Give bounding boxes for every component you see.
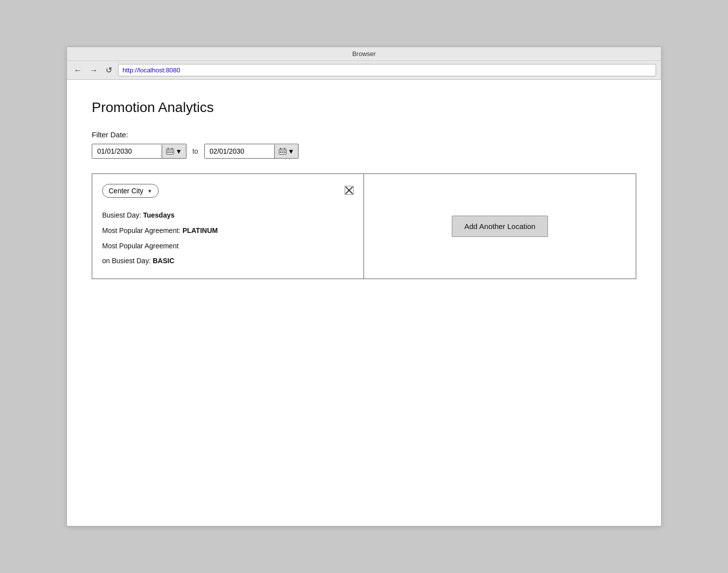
- busiest-day-agreement-value: BASIC: [153, 257, 175, 265]
- date-filter-row: ▼ to ▼: [92, 144, 636, 159]
- browser-nav-bar: ← → ↺: [67, 61, 661, 79]
- refresh-button[interactable]: ↺: [104, 64, 114, 76]
- calendar-icon-end: [279, 148, 287, 155]
- location-card-header: Center City ▼: [102, 184, 354, 198]
- start-date-calendar-button[interactable]: ▼: [162, 145, 186, 158]
- svg-rect-11: [280, 152, 281, 153]
- to-label: to: [192, 147, 198, 155]
- start-date-wrapper: ▼: [92, 144, 186, 159]
- address-bar[interactable]: [118, 64, 656, 76]
- browser-window: Browser ← → ↺ Promotion Analytics Filter…: [66, 47, 662, 526]
- browser-title-bar: Browser: [67, 47, 661, 61]
- svg-rect-8: [279, 150, 286, 151]
- most-popular-agreement-label: Most Popular Agreement:: [102, 227, 182, 234]
- end-date-input[interactable]: [205, 144, 274, 158]
- browser-chrome: Browser ← → ↺: [67, 47, 661, 80]
- most-popular-agreement-row: Most Popular Agreement: PLATINUM: [102, 223, 354, 238]
- browser-title: Browser: [352, 50, 376, 57]
- location-dropdown[interactable]: Center City ▼: [102, 184, 159, 198]
- location-dropdown-value: Center City: [109, 187, 143, 195]
- close-location-button[interactable]: [345, 186, 354, 196]
- busiest-day-row: Busiest Day: Tuesdays: [102, 208, 354, 223]
- svg-rect-12: [282, 152, 283, 153]
- svg-rect-4: [167, 152, 169, 153]
- forward-button[interactable]: →: [88, 65, 100, 76]
- most-popular-agreement-value: PLATINUM: [182, 227, 218, 234]
- svg-rect-5: [170, 152, 171, 153]
- svg-rect-6: [172, 152, 173, 153]
- dropdown-arrow-icon: ▼: [147, 188, 152, 194]
- busiest-day-agreement-row: Most Popular Agreementon Busiest Day: BA…: [102, 238, 354, 269]
- end-date-wrapper: ▼: [204, 144, 299, 159]
- location-card: Center City ▼ Busiest Day: Tu: [92, 173, 364, 279]
- x-icon: [345, 186, 354, 195]
- page-title: Promotion Analytics: [92, 100, 636, 115]
- start-date-input[interactable]: [92, 144, 162, 158]
- svg-rect-13: [284, 152, 286, 153]
- add-another-location-button[interactable]: Add Another Location: [452, 216, 547, 237]
- location-stats: Busiest Day: Tuesdays Most Popular Agree…: [102, 208, 354, 269]
- browser-content: Promotion Analytics Filter Date: ▼: [67, 80, 661, 526]
- end-date-calendar-button[interactable]: ▼: [274, 145, 299, 158]
- calendar-dropdown-arrow: ▼: [176, 148, 182, 155]
- filter-date-label: Filter Date:: [92, 130, 636, 139]
- calendar-icon: [166, 148, 174, 155]
- busiest-day-value: Tuesdays: [143, 211, 175, 219]
- busiest-day-label: Busiest Day:: [102, 211, 143, 219]
- location-grid: Center City ▼ Busiest Day: Tu: [92, 173, 636, 279]
- back-button[interactable]: ←: [72, 65, 84, 76]
- svg-rect-1: [167, 150, 174, 151]
- add-location-panel: Add Another Location: [364, 173, 636, 279]
- calendar-dropdown-arrow-end: ▼: [288, 148, 295, 155]
